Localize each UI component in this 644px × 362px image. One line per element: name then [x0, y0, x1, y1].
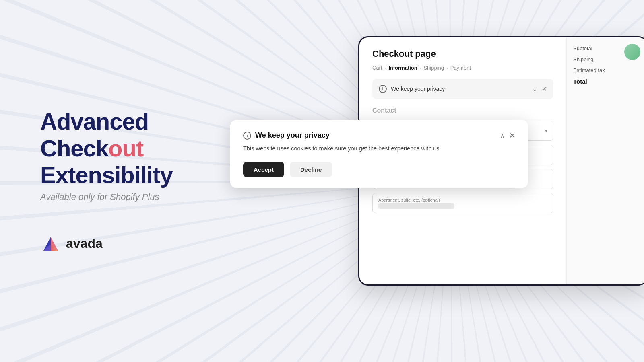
popup-body: This website uses cookies to make sure y… [243, 144, 515, 153]
headline-highlight: out [108, 135, 143, 161]
subtotal-label: Subtotal [573, 45, 592, 51]
breadcrumb-sep-2: › [420, 66, 421, 70]
total-label: Total [573, 78, 587, 85]
privacy-popup: i We keep your privacy ∧ ✕ This website … [230, 120, 528, 188]
breadcrumb-shipping[interactable]: Shipping [423, 65, 444, 71]
popup-close-icon[interactable]: ✕ [509, 132, 515, 139]
checkout-privacy-banner: i We keep your privacy ⌄ ✕ [372, 79, 553, 99]
logo-area: avada [40, 233, 258, 254]
headline-part2: Extensibility [40, 162, 173, 188]
avada-logo-icon [40, 233, 61, 254]
apartment-value [378, 203, 454, 209]
breadcrumb-information[interactable]: Information [388, 65, 417, 71]
breadcrumb-payment[interactable]: Payment [450, 65, 471, 71]
estimated-tax-label: Estimated tax [573, 67, 605, 73]
privacy-banner-text: We keep your privacy [391, 86, 445, 92]
main-headline: Advanced Checkout Extensibility [40, 108, 258, 189]
accept-button[interactable]: Accept [243, 162, 284, 177]
subtitle: Available only for Shopify Plus [40, 192, 258, 202]
apartment-label: Apartment, suite, etc. (optional) [378, 197, 547, 202]
breadcrumb-sep-3: › [446, 66, 448, 70]
country-dropdown-icon: ▾ [545, 128, 547, 134]
popup-title: We keep your privacy [255, 131, 330, 140]
popup-info-icon: i [243, 132, 251, 140]
privacy-info-icon: i [379, 85, 387, 93]
sidebar-estimated-tax-line: Estimated tax [573, 67, 640, 73]
popup-header: i We keep your privacy ∧ ✕ [243, 131, 515, 140]
popup-header-left: i We keep your privacy [243, 131, 330, 140]
popup-collapse-icon[interactable]: ∧ [500, 132, 504, 139]
privacy-close-icon[interactable]: ✕ [542, 85, 547, 93]
privacy-chevron-icon[interactable]: ⌄ [532, 84, 538, 93]
breadcrumb: Cart › Information › Shipping › Payment [372, 65, 553, 71]
left-panel: Advanced Checkout Extensibility Availabl… [40, 0, 258, 362]
apartment-field[interactable]: Apartment, suite, etc. (optional) [372, 193, 553, 213]
breadcrumb-sep-1: › [385, 66, 386, 70]
checkout-sidebar: Subtotal Shipping Estimated tax Total [566, 37, 644, 284]
contact-label: Contact [372, 107, 553, 114]
popup-buttons: Accept Decline [243, 162, 515, 177]
popup-actions: ∧ ✕ [500, 132, 515, 139]
avatar [624, 44, 640, 60]
checkout-title: Checkout page [372, 49, 553, 59]
breadcrumb-cart[interactable]: Cart [372, 65, 382, 71]
avada-logo-text: avada [66, 236, 103, 251]
shipping-label: Shipping [573, 56, 594, 62]
sidebar-total-line: Total [573, 78, 640, 85]
decline-button[interactable]: Decline [290, 162, 332, 177]
